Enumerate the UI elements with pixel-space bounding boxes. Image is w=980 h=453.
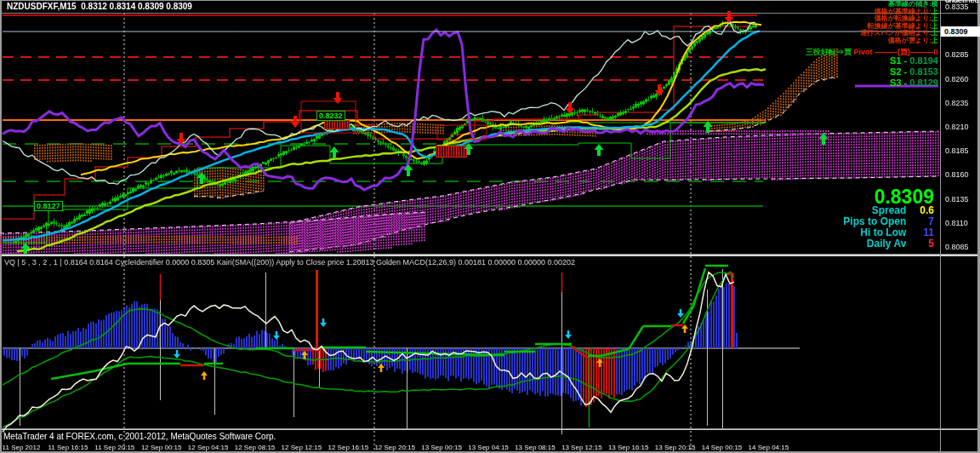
- time-axis-label: 13 Sep 20:15: [655, 444, 696, 451]
- support-level-3: S3 - 0.8129: [890, 77, 938, 88]
- price-level-tag: 0.8127: [34, 201, 63, 211]
- price-scale-label: 0.8110: [945, 219, 968, 227]
- time-axis-label: 12 Sep 00:15: [141, 444, 182, 451]
- ichimoku-status-line: 価格が雲より:上: [888, 37, 938, 45]
- time-axis-label: 13 Sep 04:15: [468, 444, 509, 451]
- time-axis-label: 13 Sep 12:15: [561, 444, 602, 451]
- price-scale-label: 0.8210: [945, 123, 969, 131]
- time-axis-label: 12 Sep 04:15: [188, 444, 229, 451]
- chart-canvas[interactable]: [0, 0, 980, 453]
- price-scale-label: 0.8235: [945, 99, 969, 107]
- subwindow-header: VQ | 5 , 3 , 2 , 1 | 0.8164 0.8164 Cycle…: [4, 258, 575, 267]
- symbol-name: NZDUSDFXF,M15: [7, 2, 77, 11]
- time-axis-label: 14 Sep 04:15: [749, 444, 789, 451]
- price-scale-label: 0.8160: [945, 170, 969, 179]
- time-axis-label: 14 Sep 00:15: [702, 444, 743, 451]
- price-info-row: Pips to Open 7: [843, 215, 934, 227]
- subwindow-scale-label: undefined: [945, 0, 979, 4]
- mt4-chart-window: NZDUSDFXF,M15 0.8312 0.8314 0.8309 0.830…: [0, 0, 980, 453]
- current-price-tag: 0.8309: [941, 26, 980, 37]
- price-info-row: Spread 0.6: [872, 204, 934, 216]
- support-level-1: S1 - 0.8194: [890, 55, 938, 66]
- time-axis-label: 11 Sep 2012: [3, 444, 41, 451]
- time-axis-label: 13 Sep 08:15: [515, 444, 556, 451]
- support-level-2: S2 - 0.8153: [890, 66, 938, 77]
- time-axis-label: 13 Sep 16:15: [608, 444, 649, 451]
- time-axis-label: 13 Sep 00:15: [421, 444, 462, 451]
- price-level-tag: 0.8232: [316, 111, 345, 121]
- price-scale-label: 0.8185: [945, 146, 969, 155]
- price-scale-label: 0.8135: [945, 195, 969, 204]
- time-axis-label: 12 Sep 12:15: [282, 444, 322, 451]
- status-bar: MetaTrader 4 at FOREX.com, c 2001-2012, …: [3, 432, 276, 441]
- time-axis-label: 12 Sep 08:15: [235, 444, 276, 451]
- price-info-row: Hi to Low 11: [860, 226, 934, 238]
- time-axis-label: 12 Sep 16:15: [328, 444, 368, 451]
- ohlc-values: 0.8312 0.8314 0.8309 0.8309: [81, 2, 192, 11]
- price-scale-label: 0.8285: [945, 50, 969, 59]
- price-scale-label: 0.8085: [945, 243, 969, 251]
- price-scale-label: 0.8260: [945, 75, 969, 83]
- price-info-row: Daily Av 5: [867, 238, 934, 249]
- time-axis-label: 11 Sep 20:15: [94, 444, 134, 451]
- symbol-info: NZDUSDFXF,M15 0.8312 0.8314 0.8309 0.830…: [7, 2, 192, 11]
- time-axis-label: 11 Sep 16:15: [48, 444, 88, 451]
- time-axis-label: 12 Sep 20:15: [374, 444, 415, 451]
